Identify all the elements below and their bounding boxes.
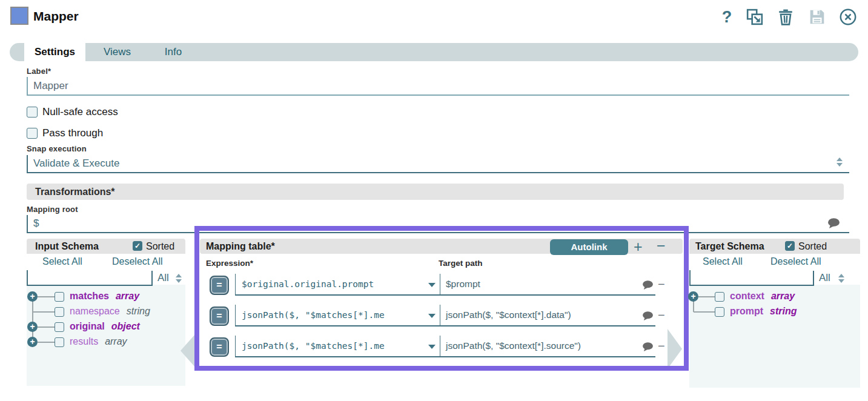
- schema-field-matches[interactable]: matchesarray: [70, 291, 139, 302]
- snap-icon: [10, 7, 28, 25]
- input-filter-spinner-icon[interactable]: [176, 274, 182, 283]
- input-schema-filter-input[interactable]: [27, 270, 153, 286]
- mapping-root-input[interactable]: $: [27, 215, 849, 233]
- row-comment-icon[interactable]: [642, 342, 654, 354]
- remove-rows-button[interactable]: −: [657, 237, 666, 253]
- pass-through-checkbox-label: Pass through: [42, 127, 103, 139]
- autolink-button[interactable]: Autolink: [550, 239, 628, 255]
- expression-toggle-button[interactable]: =: [210, 276, 229, 295]
- schema-field-namespace[interactable]: namespacestring: [70, 306, 150, 317]
- schema-field-results[interactable]: resultsarray: [70, 336, 127, 347]
- help-icon[interactable]: ?: [717, 7, 737, 27]
- mapping-root-comment-icon[interactable]: [827, 218, 840, 231]
- expression-dropdown-icon[interactable]: [428, 283, 436, 287]
- input-sorted-label: Sorted: [146, 241, 174, 252]
- column-header-target: Target path: [439, 259, 483, 268]
- input-deselect-all-link[interactable]: Deselect All: [112, 256, 163, 267]
- tab-bar: Settings Views Info: [10, 43, 858, 61]
- schema-field-name: matches: [70, 291, 109, 301]
- target-path-input[interactable]: $prompt: [440, 274, 655, 296]
- target-path-input[interactable]: jsonPath($, "$context[*].source"): [440, 336, 655, 357]
- target-deselect-all-link[interactable]: Deselect All: [770, 256, 821, 267]
- schema-field-type: array: [771, 291, 795, 301]
- input-sorted-checkbox[interactable]: ✓: [133, 241, 142, 251]
- expand-icon[interactable]: +: [27, 337, 38, 347]
- schema-field-name: namespace: [70, 306, 120, 316]
- tab-settings[interactable]: Settings: [24, 43, 85, 61]
- mapping-root-label: Mapping root: [27, 205, 78, 214]
- save-icon[interactable]: [807, 7, 827, 27]
- schema-field-context[interactable]: contextarray: [730, 291, 795, 302]
- target-path-input[interactable]: jsonPath($, "$context[*].data"): [440, 305, 655, 326]
- collapse-right-icon[interactable]: [668, 329, 682, 369]
- tab-views[interactable]: Views: [85, 43, 149, 61]
- tree-checkbox-prompt[interactable]: [715, 307, 724, 317]
- expression-toggle-button[interactable]: =: [210, 337, 229, 357]
- transformations-title: Transformations*: [35, 187, 115, 197]
- remove-row-button[interactable]: −: [658, 277, 665, 291]
- tab-info[interactable]: Info: [149, 43, 197, 61]
- expand-icon[interactable]: +: [27, 291, 38, 302]
- snap-execution-select[interactable]: Validate & Execute: [27, 155, 849, 173]
- column-header-expression: Expression*: [206, 259, 253, 268]
- tree-checkbox-context[interactable]: [715, 292, 724, 302]
- target-filter-scope-dropdown[interactable]: All: [819, 272, 830, 284]
- row-comment-icon[interactable]: [642, 280, 654, 292]
- target-schema-header: Target Schema: [689, 239, 860, 254]
- expression-input[interactable]: jsonPath($, "$matches[*].me: [235, 336, 440, 357]
- target-sorted-label: Sorted: [798, 241, 827, 252]
- expression-dropdown-icon[interactable]: [428, 314, 436, 318]
- remove-row-button[interactable]: −: [658, 308, 665, 322]
- input-filter-scope-dropdown[interactable]: All: [157, 272, 169, 284]
- pass-through-checkbox[interactable]: [27, 128, 38, 139]
- schema-field-type: string: [770, 306, 797, 316]
- expression-toggle-button[interactable]: =: [210, 307, 229, 326]
- tree-checkbox-results[interactable]: [55, 337, 64, 347]
- remove-row-button[interactable]: −: [658, 339, 665, 353]
- schema-field-type: array: [105, 336, 127, 346]
- schema-field-type: string: [127, 306, 150, 316]
- target-schema-filter-input[interactable]: [689, 270, 814, 286]
- schema-field-prompt[interactable]: promptstring: [730, 306, 797, 317]
- mapping-table-title: Mapping table*: [206, 241, 275, 251]
- page-title: Mapper: [33, 9, 79, 24]
- target-schema-title: Target Schema: [695, 241, 764, 251]
- null-safe-checkbox-label: Null-safe access: [42, 106, 118, 118]
- collapse-left-icon[interactable]: [181, 334, 195, 367]
- schema-field-type: array: [116, 291, 139, 301]
- target-filter-spinner-icon[interactable]: [838, 274, 844, 283]
- schema-field-name: context: [730, 291, 764, 301]
- tree-checkbox-original[interactable]: [55, 322, 64, 332]
- tree-checkbox-namespace[interactable]: [55, 307, 64, 317]
- expression-dropdown-icon[interactable]: [428, 345, 436, 349]
- input-select-all-link[interactable]: Select All: [42, 256, 82, 267]
- snap-execution-label: Snap execution: [27, 144, 87, 153]
- null-safe-checkbox[interactable]: [27, 107, 38, 118]
- target-select-all-link[interactable]: Select All: [703, 256, 743, 267]
- label-field-label: Label*: [27, 67, 51, 76]
- snap-execution-spinner-icon[interactable]: [837, 157, 843, 167]
- close-icon[interactable]: [838, 7, 858, 27]
- target-sorted-checkbox[interactable]: ✓: [785, 241, 795, 251]
- transformations-section-header: Transformations*: [27, 184, 844, 200]
- add-row-button[interactable]: +: [634, 239, 643, 254]
- schema-field-name: prompt: [730, 306, 763, 316]
- expand-icon[interactable]: +: [688, 291, 698, 302]
- schema-field-type: object: [111, 321, 140, 331]
- expression-input[interactable]: $original.original.prompt: [235, 274, 440, 296]
- tree-checkbox-matches[interactable]: [55, 292, 64, 302]
- label-input[interactable]: Mapper: [27, 77, 849, 96]
- input-schema-title: Input Schema: [35, 241, 99, 251]
- schema-field-original[interactable]: originalobject: [70, 321, 140, 332]
- schema-field-name: original: [70, 321, 105, 331]
- expand-icon[interactable]: +: [27, 322, 38, 332]
- export-icon[interactable]: [745, 7, 764, 27]
- mapper-snap-dialog: Mapper ?: [0, 0, 868, 401]
- delete-icon[interactable]: [776, 7, 795, 27]
- schema-field-name: results: [70, 336, 98, 346]
- row-comment-icon[interactable]: [642, 311, 654, 323]
- expression-input[interactable]: jsonPath($, "$matches[*].me: [235, 305, 440, 326]
